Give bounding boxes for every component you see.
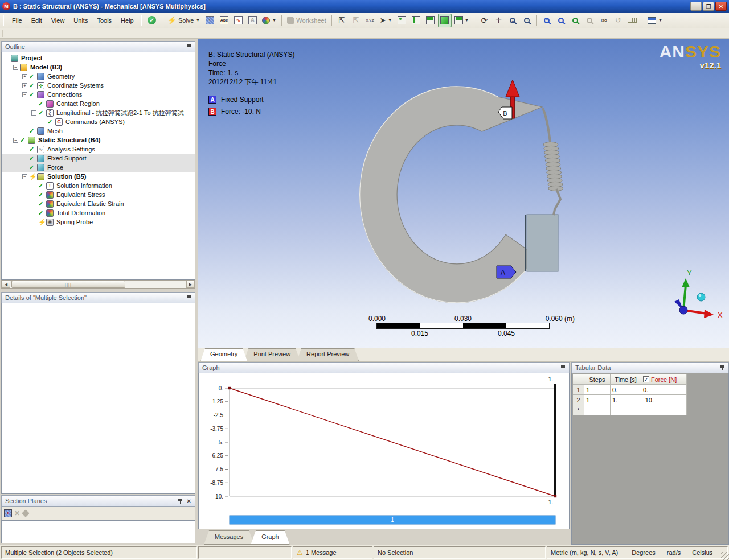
resize-grip[interactable] (721, 552, 729, 560)
new-figure-button[interactable]: + (203, 14, 216, 27)
force-checkbox[interactable]: ✓ (643, 376, 649, 382)
pin-icon[interactable] (186, 295, 191, 301)
ring-geometry[interactable] (360, 87, 556, 303)
select-vertex-button[interactable] (395, 14, 409, 27)
graph-panel-body[interactable]: 0.-1.25-2.5-3.75-5.-6.25-7.5-8.75-10.1.1… (198, 373, 570, 529)
data-cell[interactable]: 1. (611, 395, 641, 405)
data-cell[interactable] (584, 405, 611, 415)
tab-graph[interactable]: Graph (251, 530, 290, 545)
tab-report-preview[interactable]: Report Preview (297, 348, 359, 361)
tab-print-preview[interactable]: Print Preview (244, 348, 300, 361)
new-section-plane-button[interactable]: + (4, 509, 12, 517)
data-cell[interactable]: -10. (641, 395, 687, 405)
expander-minus[interactable]: − (13, 138, 18, 143)
tree-item-longitudinal-2-1-to[interactable]: −✓ξLongitudinal - 抗拉彈簧試跑2-1 To 抗拉彈簧試 (2, 108, 195, 117)
zoom-in-button[interactable] (568, 14, 582, 27)
expander-minus[interactable]: − (22, 92, 27, 97)
pin-icon[interactable] (720, 365, 725, 371)
tree-item-geometry[interactable]: +✓Geometry (2, 72, 195, 81)
menu-help[interactable]: Help (116, 15, 138, 26)
new-chart-button[interactable]: ∿ (231, 14, 245, 27)
data-cell[interactable]: 1 (584, 395, 611, 405)
tree-item-solution-b5[interactable]: −⚡Solution (B5) (2, 172, 195, 181)
tree-item-coordinate-systems[interactable]: +✓✛Coordinate Systems (2, 81, 195, 90)
text-button[interactable]: A (245, 14, 259, 27)
tree-item-fixed-support[interactable]: ✓Fixed Support (2, 154, 195, 163)
minimize-button[interactable]: – (690, 2, 702, 11)
tree-item-static-structural-b4[interactable]: −✓Static Structural (B4) (2, 135, 195, 145)
annotation-button[interactable]: Abc (217, 14, 231, 27)
result-colors-button[interactable]: ▼ (260, 14, 279, 27)
tree-item-force[interactable]: ✓Force (2, 163, 195, 172)
tree-item-solution-information[interactable]: ✓!Solution Information (2, 181, 195, 190)
data-cell[interactable] (611, 405, 641, 415)
tree-item-contact-region[interactable]: ✓Contact Region (2, 99, 195, 108)
iso-view-button[interactable]: ISO (597, 14, 611, 27)
data-cell[interactable]: 0. (641, 385, 687, 395)
tree-item-mesh[interactable]: ✓Mesh (2, 126, 195, 135)
label-cursor-button[interactable]: ⇱ (335, 14, 349, 27)
scroll-thumb[interactable]: |||| (11, 281, 125, 288)
tree-item-analysis-settings[interactable]: ✓∿Analysis Settings (2, 145, 195, 154)
scroll-right-arrow[interactable]: ▶ (186, 281, 195, 288)
extend-selection-dropdown[interactable]: ▼ (452, 14, 472, 27)
expander-minus[interactable]: − (31, 110, 36, 116)
pan-button[interactable]: ✛ (492, 14, 505, 27)
data-cell[interactable]: 1 (584, 385, 611, 395)
expander-plus[interactable]: + (22, 83, 27, 88)
solve-button[interactable]: ⚡ Solve ▼ (165, 14, 203, 27)
zoom-button[interactable]: ± (506, 14, 519, 27)
menu-view[interactable]: View (47, 15, 69, 26)
maximize-button[interactable]: ❐ (703, 2, 714, 11)
pin-icon[interactable] (178, 498, 183, 504)
scroll-left-arrow[interactable]: ◀ (2, 281, 10, 288)
magnifier-window-button[interactable]: ▢ (554, 14, 568, 27)
data-cell[interactable] (641, 405, 687, 415)
status-messages[interactable]: ⚠ 1 Message (293, 546, 372, 559)
viewports-dropdown[interactable]: ▼ (645, 14, 665, 27)
toolbar-grip[interactable] (3, 15, 5, 26)
select-body-button[interactable] (438, 14, 452, 27)
pan-cursor-button[interactable]: ⇱ (349, 14, 363, 27)
tree-item-equivalent-elastic-strain[interactable]: ✓Equivalent Elastic Strain (2, 199, 195, 208)
previous-view-button[interactable]: ↺ (611, 14, 625, 27)
close-button[interactable]: ✕ (715, 2, 727, 11)
tree-item-model-b3[interactable]: −Model (B3) (2, 63, 195, 72)
expander-minus[interactable]: − (13, 65, 18, 70)
zoom-out-button[interactable] (583, 14, 596, 27)
check-status-button[interactable]: ✓ (145, 14, 159, 27)
fit-view-button[interactable]: ◻ (540, 14, 554, 27)
select-mode-dropdown[interactable]: ➤▼ (378, 14, 395, 27)
tree-item-spring-probe[interactable]: ⚡◉Spring Probe (2, 217, 195, 227)
data-cell[interactable]: 0. (611, 385, 641, 395)
box-zoom-button[interactable]: + (520, 14, 534, 27)
rotate-button[interactable]: ⟳ (477, 14, 491, 27)
menu-units[interactable]: Units (69, 15, 92, 26)
spring-coil[interactable] (543, 142, 563, 191)
select-edge-button[interactable] (409, 14, 423, 27)
close-icon[interactable]: ✕ (187, 498, 191, 504)
geometry-viewport[interactable]: B A Y X B: Static Structural (ANSYS)Forc… (198, 39, 729, 348)
section-planes-list[interactable] (1, 520, 195, 543)
tree-item-project[interactable]: Project (2, 53, 195, 63)
worksheet-button[interactable]: Worksheet (285, 14, 328, 27)
expander-minus[interactable]: − (22, 174, 27, 179)
pin-icon[interactable] (560, 365, 566, 371)
toolbar-grip[interactable] (2, 30, 5, 37)
tree-item-total-deformation[interactable]: ✓Total Deformation (2, 208, 195, 217)
pin-icon[interactable] (186, 44, 191, 50)
menu-tools[interactable]: Tools (92, 15, 116, 26)
tab-geometry[interactable]: Geometry (200, 348, 247, 361)
delete-section-plane-button[interactable]: ✕ (14, 509, 20, 517)
tree-item-commands-ansys[interactable]: ✓CCommands (ANSYS) (2, 117, 195, 126)
block-geometry[interactable] (527, 215, 558, 271)
tree-item-equivalent-stress[interactable]: ✓Equivalent Stress (2, 190, 195, 199)
force-time-chart[interactable]: 0.-1.25-2.5-3.75-5.-6.25-7.5-8.75-10.1.1… (199, 373, 569, 528)
select-face-button[interactable] (424, 14, 437, 27)
ruler-button[interactable] (625, 14, 639, 27)
toolbar-grip[interactable] (141, 15, 143, 26)
menu-edit[interactable]: Edit (27, 15, 47, 26)
menu-file[interactable]: File (7, 15, 27, 26)
tab-messages[interactable]: Messages (204, 530, 254, 545)
tree-item-connections[interactable]: −✓Connections (2, 90, 195, 99)
